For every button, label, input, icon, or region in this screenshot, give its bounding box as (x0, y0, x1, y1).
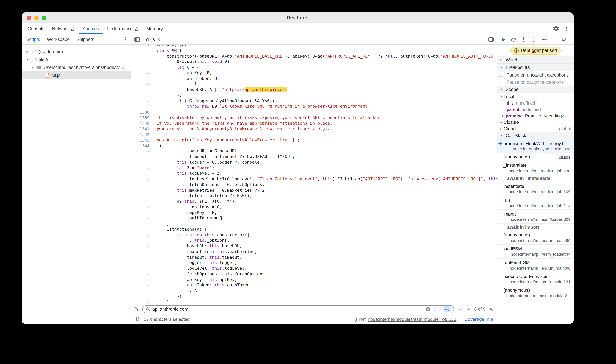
code-line[interactable]: - ...this._options, (131, 238, 497, 244)
stack-frame-runmainesm[interactable]: runMainESMnode:internal/m...es/run_main:… (497, 259, 574, 272)
code-line[interactable]: - logger: this.logger, (131, 260, 497, 266)
chevron-down-icon[interactable]: ▾ (25, 57, 29, 61)
code-line[interactable]: - this.authToken = Q (131, 216, 497, 221)
section-call-stack[interactable]: ▾ Call Stack (497, 132, 574, 139)
pretty-print-icon[interactable]: {} (135, 317, 140, 322)
editor-tab-cli-js[interactable]: cli.js (143, 35, 164, 44)
code-line[interactable]: - this.fetchOptions = G.fetchOptions, (131, 182, 497, 188)
breakpoint-pause-on-uncaught-exceptions[interactable]: Pause on uncaught exceptions (497, 71, 574, 78)
scope-variable-promise[interactable]: ▸promise: Promise {<pending>} (497, 113, 574, 119)
stack-frame-instantiate[interactable]: _instantiatenode:internal/m...module_job… (497, 161, 574, 175)
code-line[interactable]: - timeout: this.timeout, (131, 255, 497, 260)
scope-section-global[interactable]: ▸Globalglobal (497, 125, 574, 132)
step-into-icon[interactable] (518, 35, 529, 44)
code-line[interactable]: - authToken: Q, (131, 76, 497, 82)
line-number[interactable]: - (131, 87, 153, 93)
code-line[interactable]: - this.apiKey = B, (131, 210, 497, 216)
chevron-right-icon[interactable]: ▸ (502, 114, 505, 117)
toggle-navigator-icon[interactable] (131, 37, 143, 42)
line-number[interactable]: - (131, 193, 153, 199)
code-line[interactable]: - this.logger = G.logger ?? console; (131, 160, 497, 166)
line-number[interactable]: 1340 (131, 121, 153, 126)
line-number[interactable]: - (131, 154, 153, 160)
more-vertical-icon[interactable] (564, 26, 569, 31)
line-number[interactable]: - (131, 288, 153, 294)
stack-frame-anonymous[interactable]: (anonymous)node:internal/m...es/run_main… (497, 231, 574, 245)
line-number[interactable]: - (131, 70, 153, 76)
code-line[interactable]: - this.baseURL = G.baseURL, (131, 149, 497, 154)
stack-frame-promiseinithookwithdestroytr[interactable]: promiseInitHookWithDestroyTr...node:inte… (497, 139, 574, 153)
tab-workspace[interactable]: Workspace (43, 35, 73, 44)
line-number[interactable]: - (131, 283, 153, 288)
previous-match-icon[interactable] (457, 307, 462, 312)
tree-item-file[interactable]: ▾file:// (22, 55, 131, 63)
code-line[interactable]: 1344`); (131, 143, 497, 149)
line-number[interactable]: - (131, 65, 153, 70)
code-line[interactable]: - let Z = "warn"; (131, 165, 497, 171)
line-number[interactable]: - (131, 45, 153, 48)
line-number[interactable]: - (131, 188, 153, 193)
chevron-down-icon[interactable]: ▾ (500, 94, 503, 98)
stack-frame-executeuserentrypoint[interactable]: executeUserEntryPointnode:internal/m...s… (497, 272, 574, 286)
match-case-toggle[interactable]: Aa (443, 306, 451, 312)
tab-memory[interactable]: Memory (143, 23, 167, 34)
regex-toggle[interactable]: (.*) (433, 307, 441, 311)
line-number[interactable]: - (131, 227, 153, 233)
deactivate-breakpoints-icon[interactable] (559, 35, 569, 44)
code-line[interactable]: - throw new L9(`It looks like you're run… (131, 104, 497, 110)
line-number[interactable]: 1338 (131, 109, 153, 115)
code-line[interactable]: 1341you can set the \`dangerouslyAllowBr… (131, 126, 497, 132)
code-line[interactable]: -class $B { (131, 48, 497, 54)
line-number[interactable]: - (131, 205, 153, 210)
stack-frame-anonymous[interactable]: (anonymous)node:internal/m...main_module… (497, 286, 574, 300)
step-out-icon[interactable] (529, 35, 539, 44)
line-number[interactable]: - (131, 221, 153, 227)
line-number[interactable]: 1341 (131, 126, 153, 132)
search-query[interactable]: api.anthropic.com (152, 306, 188, 312)
checkbox-icon[interactable] (500, 73, 504, 77)
line-number[interactable]: - (131, 48, 153, 54)
section-scope[interactable]: ▾ Scope (497, 86, 574, 93)
from-source-link[interactable]: node:internal/modules/esm/module_job:130 (368, 316, 456, 322)
code-line[interactable]: - logLevel: this.logLevel, (131, 266, 497, 272)
next-match-icon[interactable] (466, 307, 471, 312)
section-watch[interactable]: ▸ Watch (497, 56, 574, 64)
line-number[interactable]: - (131, 216, 153, 221)
stack-frame-loadesm[interactable]: loadESMnode:internal/p.../esm_loader:34 (497, 245, 574, 259)
code-editor[interactable]: -var Xs0, $F1,-class $B {- constructor({… (131, 45, 497, 304)
line-number[interactable]: - (131, 277, 153, 283)
tree-item-no-domain[interactable]: ▸(no domain) (22, 47, 131, 55)
stack-frame-instantiate[interactable]: instantiatenode:internal/m...module_job:… (497, 182, 574, 196)
line-number[interactable]: - (131, 294, 153, 299)
resume-icon[interactable] (498, 35, 508, 44)
code-line[interactable]: - return new this.constructor({ (131, 232, 497, 238)
close-tab-icon[interactable] (157, 38, 161, 41)
chevron-right-icon[interactable]: ▸ (500, 127, 503, 130)
stack-frame-import[interactable]: importnode:internal/m...esm/loader:329 (497, 210, 574, 224)
tab-console[interactable]: Console (24, 23, 48, 34)
code-line[interactable]: - this.logLevel = Hc1(G.logLevel, "Clien… (131, 177, 497, 182)
window-titlebar[interactable]: DevTools (22, 13, 574, 23)
code-line[interactable]: - $F1.set(this, void 0); (131, 59, 497, 65)
line-number[interactable]: - (131, 104, 153, 110)
clear-search-icon[interactable] (426, 307, 431, 312)
code-line[interactable]: - }) (131, 294, 497, 299)
line-number[interactable]: - (131, 210, 153, 216)
close-window-button[interactable] (27, 15, 31, 20)
code-line[interactable]: - } (131, 221, 497, 227)
line-number[interactable]: - (131, 244, 153, 249)
tab-network[interactable]: Network (48, 23, 79, 34)
line-number[interactable]: - (131, 299, 153, 304)
tree-item-cli-js[interactable]: cli.js (22, 71, 131, 79)
code-line[interactable]: - o9(this, $F1, Xs0, "f"), (131, 199, 497, 205)
line-number[interactable]: - (131, 255, 153, 260)
tab-performance[interactable]: Performance (103, 23, 142, 34)
checkbox-icon[interactable] (500, 80, 504, 84)
line-number[interactable]: - (131, 98, 153, 104)
chevron-right-icon[interactable]: ▸ (25, 50, 29, 53)
line-number[interactable]: - (131, 160, 153, 166)
scope-variable-this[interactable]: this: undefined (497, 100, 574, 106)
code-line[interactable]: -var Xs0, $F1, (131, 45, 497, 48)
code-line[interactable]: 1340If you understand the risks and have… (131, 121, 497, 126)
code-line[interactable]: - apiKey: this.apiKey, (131, 277, 497, 283)
